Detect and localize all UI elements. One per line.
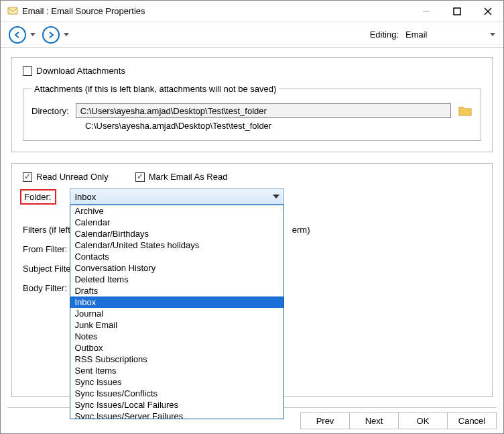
folder-option[interactable]: Sync Issues xyxy=(70,376,284,388)
folder-option[interactable]: Outbox xyxy=(70,342,284,354)
checkbox-row: Read Unread Only Mark Email As Read xyxy=(23,172,481,182)
nav-row: Editing: Email xyxy=(1,22,503,48)
directory-row: Directory: xyxy=(32,103,472,118)
folder-label: Folder: xyxy=(20,189,56,205)
filters-legend-suffix: erm) xyxy=(292,225,310,235)
app-icon xyxy=(7,5,18,17)
options-panel: Read Unread Only Mark Email As Read Fold… xyxy=(11,163,493,397)
maximize-button[interactable] xyxy=(442,1,472,22)
folder-option[interactable]: Calendar/United States holidays xyxy=(70,239,284,251)
directory-path-text: C:\Users\ayesha.amjad\Desktop\Test\test_… xyxy=(85,121,472,131)
mark-read-checkbox[interactable]: Mark Email As Read xyxy=(135,172,228,182)
svg-rect-0 xyxy=(8,7,17,14)
folder-option[interactable]: Junk Email xyxy=(70,319,284,331)
minimize-button[interactable] xyxy=(411,1,442,22)
folder-dropdown-list[interactable]: ArchiveCalendarCalendar/BirthdaysCalenda… xyxy=(70,205,284,419)
checkbox-box xyxy=(23,66,32,76)
folder-selected-value: Inbox xyxy=(74,192,96,202)
editing-dropdown-icon[interactable] xyxy=(490,33,495,36)
forward-dropdown-icon[interactable] xyxy=(64,33,69,36)
folder-option[interactable]: Notes xyxy=(70,331,284,342)
browse-folder-button[interactable] xyxy=(458,105,472,117)
folder-option[interactable]: Archive xyxy=(70,205,284,217)
titlebar: Email : Email Source Properties xyxy=(1,1,503,22)
checkbox-box xyxy=(23,172,32,182)
folder-option[interactable]: RSS Subscriptions xyxy=(70,354,284,365)
read-unread-checkbox[interactable]: Read Unread Only xyxy=(23,172,109,182)
cancel-button[interactable]: Cancel xyxy=(447,412,497,429)
folder-row: Folder: Inbox ArchiveCalendarCalendar/Bi… xyxy=(23,188,481,205)
folder-option[interactable]: Calendar/Birthdays xyxy=(70,228,284,239)
folder-option[interactable]: Deleted Items xyxy=(70,274,284,285)
folder-option[interactable]: Inbox xyxy=(70,296,284,308)
directory-input[interactable] xyxy=(76,103,451,118)
folder-option[interactable]: Sent Items xyxy=(70,365,284,376)
attachments-fieldset: Attachments (if this is left blank, atta… xyxy=(23,84,481,141)
mark-read-label: Mark Email As Read xyxy=(149,172,228,182)
folder-option[interactable]: Conversation History xyxy=(70,262,284,274)
content-area: Download Attachments Attachments (if thi… xyxy=(1,48,503,397)
ok-button[interactable]: OK xyxy=(398,412,448,429)
folder-option[interactable]: Sync Issues/Server Failures xyxy=(70,411,284,419)
folder-option[interactable]: Drafts xyxy=(70,285,284,296)
back-dropdown-icon[interactable] xyxy=(30,33,36,36)
folder-option[interactable]: Journal xyxy=(70,308,284,319)
window-title: Email : Email Source Properties xyxy=(22,6,145,16)
read-unread-label: Read Unread Only xyxy=(36,172,109,182)
prev-button[interactable]: Prev xyxy=(300,412,350,429)
attachments-legend: Attachments (if this is left blank, atta… xyxy=(32,84,279,94)
folder-option[interactable]: Calendar xyxy=(70,217,284,228)
checkbox-box xyxy=(135,172,145,182)
editing-value[interactable]: Email xyxy=(404,28,485,41)
folder-option[interactable]: Sync Issues/Conflicts xyxy=(70,388,284,399)
download-attachments-checkbox[interactable]: Download Attachments xyxy=(23,66,125,76)
back-button[interactable] xyxy=(9,26,26,44)
download-attachments-label: Download Attachments xyxy=(36,66,125,76)
next-button[interactable]: Next xyxy=(349,412,399,429)
forward-button[interactable] xyxy=(42,26,60,44)
folder-combobox[interactable]: Inbox ArchiveCalendarCalendar/BirthdaysC… xyxy=(70,188,284,205)
editing-group: Editing: Email xyxy=(370,28,495,41)
folder-option[interactable]: Contacts xyxy=(70,251,284,262)
directory-label: Directory: xyxy=(32,106,69,116)
close-button[interactable] xyxy=(472,1,503,22)
attachments-panel: Download Attachments Attachments (if thi… xyxy=(11,57,493,152)
chevron-down-icon xyxy=(273,195,279,199)
svg-rect-2 xyxy=(454,8,460,15)
editing-label: Editing: xyxy=(370,30,399,40)
folder-option[interactable]: Sync Issues/Local Failures xyxy=(70,399,284,411)
